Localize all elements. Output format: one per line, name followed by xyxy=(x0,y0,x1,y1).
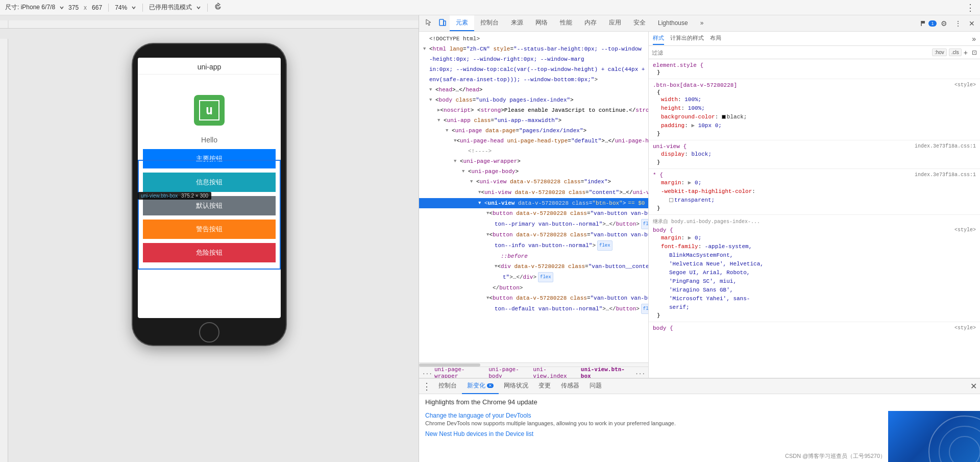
cls-filter-btn[interactable]: .cls xyxy=(949,48,962,56)
prop-display[interactable]: display: block; xyxy=(653,150,976,159)
btn-default[interactable]: 默认按钮 xyxy=(143,196,276,215)
tab-computed[interactable]: 计算出的样式 xyxy=(670,32,704,45)
close-panel-icon[interactable]: ✕ xyxy=(966,17,978,30)
triangle-html[interactable] xyxy=(423,44,429,54)
dom-line-unipage[interactable]: <uni-page data-page="pages/index/index"> xyxy=(419,126,648,136)
noscript-tag: <noscript> <strong>Please enable JavaScr… xyxy=(440,106,648,115)
selector-btn-box[interactable]: .btn-box[data-v-57280228] <style> xyxy=(653,82,976,88)
rotate-icon[interactable] xyxy=(214,3,222,12)
prop-padding[interactable]: padding: ▶ 10px 0; xyxy=(653,121,976,130)
rule-close4: } xyxy=(653,205,976,211)
tab-changes[interactable]: 变更 xyxy=(533,378,556,394)
triangle-body2[interactable] xyxy=(462,167,468,176)
triangle-index[interactable] xyxy=(470,177,476,186)
btn-close-tag: </button> xyxy=(493,283,523,293)
tab-whats-new[interactable]: 新变化 ✕ xyxy=(462,378,499,394)
triangle-uniapp[interactable] xyxy=(437,116,444,125)
flex-badge3: flex xyxy=(597,240,612,251)
prop-font-family[interactable]: font-family: -apple-system, xyxy=(653,242,976,251)
dom-line-doctype[interactable]: <!DOCTYPE html> xyxy=(419,34,648,44)
tab-elements[interactable]: 元素 xyxy=(450,15,474,31)
btn-primary[interactable]: 主要按钮 xyxy=(143,149,276,168)
selector-uni-view[interactable]: uni-view { index.3e73f18a.css:1 xyxy=(653,143,976,150)
inspect-icon[interactable] xyxy=(421,16,435,30)
dom-line-div-content[interactable]: <div data-v-57280228 class="van-button__… xyxy=(419,261,648,272)
hov-filter-btn[interactable]: :hov xyxy=(932,48,947,56)
tab-layout[interactable]: 布局 xyxy=(710,32,721,45)
dom-line-head[interactable]: <head>…</head> xyxy=(419,85,648,95)
zoom-label[interactable]: 74% xyxy=(115,4,127,11)
tab-network[interactable]: 网络 xyxy=(529,15,554,31)
styles-filter-input[interactable] xyxy=(652,50,930,56)
breadcrumb-index[interactable]: uni-view.index xyxy=(533,367,579,378)
add-style-btn[interactable]: + xyxy=(964,48,968,57)
tab-issues[interactable]: 问题 xyxy=(584,378,607,394)
dom-line-div-cont: t">…</div> flex xyxy=(419,272,648,283)
device-toggle-icon[interactable] xyxy=(435,16,450,30)
dom-line-btn-info[interactable]: <button data-v-57280228 class="van-butto… xyxy=(419,230,648,240)
selector-star[interactable]: * { index.3e73f18a.css:1 xyxy=(653,172,976,178)
styles-tab-more[interactable]: » xyxy=(972,35,976,43)
triangle-btn-box[interactable] xyxy=(478,199,484,208)
tab-lighthouse[interactable]: Lighthouse xyxy=(652,16,694,31)
prop-width[interactable]: width: 100%; xyxy=(653,95,976,104)
dom-line-uni-view-index[interactable]: <uni-view data-v-57280228 class="index"> xyxy=(419,177,648,187)
tab-application[interactable]: 应用 xyxy=(603,15,627,31)
triangle-wrapper[interactable] xyxy=(454,157,460,166)
dom-breadcrumb: ... uni-page-wrapper uni-page-body uni-v… xyxy=(419,367,648,378)
toolbar-more-icon[interactable]: ⋮ xyxy=(966,2,975,13)
more-dots-icon[interactable]: ⋮ xyxy=(951,17,965,30)
dom-line-noscript[interactable]: <noscript> <strong>Please enable JavaScr… xyxy=(419,105,648,115)
styles-content: element.style { } .btn-box[data-v-572802… xyxy=(649,59,980,378)
dom-line-unipage-head[interactable]: <uni-page-head uni-page-head-type="defau… xyxy=(419,136,648,146)
tab-console-bottom[interactable]: 控制台 xyxy=(433,378,462,394)
prop-margin[interactable]: margin: ▶ 0; xyxy=(653,179,976,187)
prop-bg-color[interactable]: background-color: black; xyxy=(653,113,976,121)
triangle-head[interactable] xyxy=(429,85,435,94)
mode-label[interactable]: 已停用书流模式 xyxy=(149,3,192,12)
btn-warning[interactable]: 警告按钮 xyxy=(143,220,276,239)
dom-h-scrollbar-thumb[interactable] xyxy=(419,363,480,367)
dom-line-uniapp[interactable]: <uni-app class="uni-app--maxwidth"> xyxy=(419,115,648,126)
tab-sources[interactable]: 来源 xyxy=(505,15,529,31)
selector-body[interactable]: body { <style> xyxy=(653,227,976,233)
triangle-body[interactable] xyxy=(429,95,435,105)
selector-element[interactable]: element.style { xyxy=(653,62,976,68)
bottom-close-btn[interactable]: ✕ xyxy=(970,381,977,391)
dom-line-btn-box[interactable]: <uni-view data-v-57280228 class="btn-box… xyxy=(419,198,648,208)
settings-icon[interactable]: ⚙ xyxy=(938,17,950,30)
dom-line-html[interactable]: <html lang="zh-CN" style="--status-bar-h… xyxy=(419,44,648,54)
prop-body-margin[interactable]: margin: ▶ 0; xyxy=(653,234,976,242)
tab-styles[interactable]: 样式 xyxy=(653,32,664,45)
phone-home-button[interactable] xyxy=(199,322,219,343)
svg-rect-1 xyxy=(439,19,444,26)
dom-line-unipage-body[interactable]: <uni-page-body> xyxy=(419,166,648,177)
dom-h-scrollbar[interactable] xyxy=(419,362,648,367)
dom-line-btn-primary[interactable]: <button data-v-57280228 class="van-butto… xyxy=(419,208,648,218)
breadcrumb-body[interactable]: uni-page-body xyxy=(488,367,531,378)
dom-line-body[interactable]: <body class="uni-body pages-index-index"… xyxy=(419,95,648,105)
tab-more[interactable]: » xyxy=(694,16,710,31)
btn-info[interactable]: 信息按钮 xyxy=(143,173,276,192)
triangle-unipage[interactable] xyxy=(446,126,452,135)
dom-content[interactable]: <!DOCTYPE html> <html lang="zh-CN" style… xyxy=(419,32,648,362)
dom-panel: <!DOCTYPE html> <html lang="zh-CN" style… xyxy=(419,32,649,378)
dom-line-btn-default[interactable]: <button data-v-57280228 class="van-butto… xyxy=(419,293,648,303)
tab-security[interactable]: 安全 xyxy=(627,15,652,31)
body2-tag: <uni-page-body> xyxy=(468,167,519,176)
dom-line-uni-view-content[interactable]: <uni-view data-v-57280228 class="content… xyxy=(419,187,648,198)
dom-line-unipage-wrapper[interactable]: <uni-page-wrapper> xyxy=(419,156,648,166)
tab-performance[interactable]: 性能 xyxy=(554,15,578,31)
breadcrumb-wrapper[interactable]: uni-page-wrapper xyxy=(434,367,486,378)
prop-height[interactable]: height: 100%; xyxy=(653,104,976,113)
selector-body2[interactable]: body { <style> xyxy=(653,325,976,331)
tab-network-conditions[interactable]: 网络状况 xyxy=(499,378,533,394)
breadcrumb-btn-box[interactable]: uni-view.btn-box xyxy=(581,367,633,378)
tab-memory[interactable]: 内存 xyxy=(578,15,603,31)
tab-sensors[interactable]: 传感器 xyxy=(556,378,584,394)
btn-danger[interactable]: 危险按钮 xyxy=(143,243,276,262)
svg-point-4 xyxy=(939,426,980,462)
tab-console[interactable]: 控制台 xyxy=(474,15,505,31)
prop-webkit[interactable]: -webkit-tap-highlight-color: xyxy=(653,187,976,196)
dom-line-btn-primary-cont: ton--primary van-button--normal">…</butt… xyxy=(419,218,648,230)
